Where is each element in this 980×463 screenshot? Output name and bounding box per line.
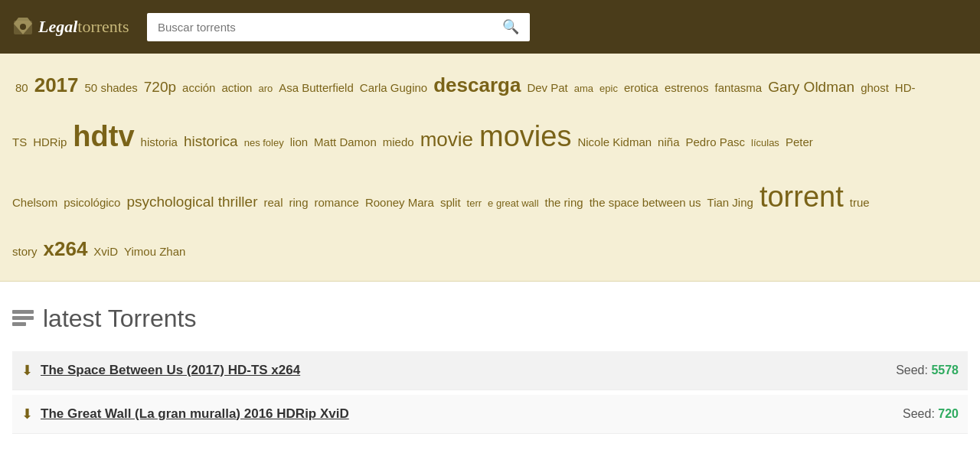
tag-item[interactable]: x264	[44, 237, 88, 260]
tag-item[interactable]: hdtv	[73, 120, 134, 152]
tag-item[interactable]: XviD	[93, 245, 118, 258]
torrent-seed: Seed: 5578	[896, 364, 959, 377]
tag-item[interactable]: estrenos	[665, 81, 709, 94]
torrent-item: ⬇The Space Between Us (2017) HD-TS x264S…	[12, 351, 968, 390]
tag-item[interactable]: ring	[289, 196, 309, 209]
tag-item[interactable]: Rooney Mara	[365, 196, 434, 209]
tag-item[interactable]: movies	[479, 120, 571, 152]
latest-torrents-icon	[12, 310, 34, 327]
tag-item[interactable]: 2017	[34, 73, 79, 96]
tag-item[interactable]: fantasma	[714, 81, 762, 94]
tag-item[interactable]: HDRip	[33, 135, 67, 148]
seed-label: Seed:	[903, 407, 938, 420]
torrent-left: ⬇The Great Wall (La gran muralla) 2016 H…	[21, 406, 349, 422]
site-header: Legaltorrents 🔍	[0, 0, 980, 54]
logo-torrents: torrents	[77, 17, 129, 37]
search-bar: 🔍	[147, 13, 530, 41]
tag-item[interactable]: Yimou Zhan	[124, 245, 185, 258]
tag-item[interactable]: Carla Gugino	[360, 81, 427, 94]
tag-item[interactable]: ghost	[861, 81, 889, 94]
torrent-title[interactable]: The Great Wall (La gran muralla) 2016 HD…	[41, 406, 349, 422]
tag-item[interactable]: aro	[258, 83, 273, 94]
tag-item[interactable]: lículas	[751, 137, 779, 148]
tag-item[interactable]: miedo	[383, 135, 414, 148]
tag-item[interactable]: the space between us	[590, 196, 701, 209]
tag-item[interactable]: psicológico	[64, 196, 120, 209]
tag-item[interactable]: Gary Oldman	[768, 79, 854, 95]
tag-item[interactable]: epic	[599, 83, 618, 94]
tag-item[interactable]: Pedro Pasc	[685, 135, 745, 148]
torrent-seed: Seed: 720	[903, 407, 959, 421]
svg-rect-2	[12, 310, 34, 314]
tag-item[interactable]: 50 shades	[85, 81, 138, 94]
site-logo: Legaltorrents	[12, 16, 135, 37]
torrent-list: ⬇The Space Between Us (2017) HD-TS x264S…	[12, 351, 968, 434]
tag-item[interactable]: real	[263, 196, 283, 209]
torrent-title[interactable]: The Space Between Us (2017) HD-TS x264	[41, 363, 300, 378]
tag-item[interactable]: acción	[182, 81, 215, 94]
torrent-left: ⬇The Space Between Us (2017) HD-TS x264	[21, 362, 300, 379]
tag-item[interactable]: torrent	[760, 181, 844, 213]
search-button[interactable]: 🔍	[492, 13, 530, 41]
tag-item[interactable]: movie	[420, 128, 473, 151]
seed-count: 5578	[931, 364, 959, 377]
tag-item[interactable]: historica	[184, 133, 238, 149]
tag-item[interactable]: ama	[574, 83, 593, 94]
tag-item[interactable]: historia	[141, 135, 178, 148]
download-icon: ⬇	[21, 362, 33, 379]
logo-icon	[12, 16, 34, 37]
main-content: latest Torrents ⬇The Space Between Us (2…	[0, 282, 980, 451]
tag-item[interactable]: Tian Jing	[707, 196, 753, 209]
tag-item[interactable]: e great wall	[488, 197, 538, 209]
tag-item[interactable]: Asa Butterfield	[279, 81, 354, 94]
tag-item[interactable]: 720p	[144, 79, 176, 95]
tag-item[interactable]: Matt Damon	[314, 135, 377, 148]
tag-item[interactable]: nes foley	[244, 137, 284, 148]
tag-item[interactable]: lion	[290, 135, 308, 148]
section-title-latest: latest Torrents	[12, 305, 968, 333]
tag-item[interactable]: erotica	[624, 81, 658, 94]
search-input[interactable]	[147, 13, 492, 41]
torrent-item: ⬇The Great Wall (La gran muralla) 2016 H…	[12, 395, 968, 434]
seed-count: 720	[938, 407, 959, 420]
tag-item[interactable]: psychological thriller	[126, 194, 257, 210]
tag-item[interactable]: Dev Pat	[527, 81, 567, 94]
tag-item[interactable]: Nicole Kidman	[577, 135, 652, 148]
svg-rect-4	[12, 322, 26, 326]
tag-item[interactable]: niña	[658, 135, 679, 148]
search-icon: 🔍	[502, 19, 519, 34]
tag-item[interactable]: romance	[315, 196, 359, 209]
seed-label: Seed:	[896, 364, 931, 377]
svg-point-1	[20, 24, 26, 30]
tag-item[interactable]: 80	[15, 81, 28, 94]
logo-legal: Legal	[38, 17, 77, 37]
tag-item[interactable]: split	[440, 196, 461, 209]
download-icon: ⬇	[21, 406, 33, 422]
tag-item[interactable]: descarga	[433, 73, 521, 96]
tag-cloud: 80201750 shades720pacciónactionaroAsa Bu…	[0, 54, 980, 282]
section-title-text: latest Torrents	[43, 305, 196, 333]
svg-rect-3	[12, 316, 34, 320]
tag-item[interactable]: the ring	[545, 196, 583, 209]
tag-item[interactable]: action	[221, 81, 252, 94]
tag-item[interactable]: terr	[467, 197, 482, 209]
